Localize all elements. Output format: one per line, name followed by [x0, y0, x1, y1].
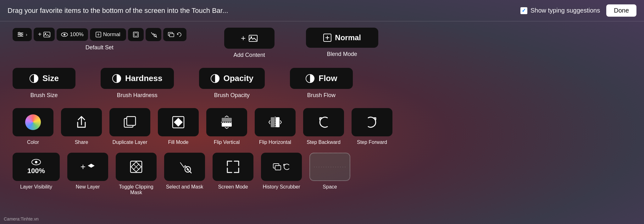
brush-opacity-item: Opacity Brush Opacity: [199, 68, 265, 99]
brush-size-button[interactable]: Size: [13, 68, 75, 89]
done-button[interactable]: Done: [606, 4, 636, 17]
screen-mode-icon: [226, 160, 240, 174]
step-backward-label: Step Backward: [307, 139, 341, 145]
flip-vertical-label: Flip Vertical: [214, 139, 240, 145]
fill-mode-label: Fill Mode: [168, 139, 189, 145]
blend-mode-label: Blend Mode: [327, 51, 357, 57]
adjustments-button[interactable]: ›: [13, 28, 32, 41]
blend-mode-button[interactable]: Normal: [306, 28, 378, 48]
adjustments-chevron: ›: [26, 32, 27, 37]
select-and-mask-button[interactable]: [164, 153, 205, 181]
eye-icon: [61, 32, 68, 37]
step-backward-button[interactable]: [303, 108, 344, 136]
screen-mode-button[interactable]: [213, 153, 253, 181]
adjustments-icon: [17, 31, 24, 38]
brush-hardness-icon: [112, 74, 121, 83]
history-scrubber-icon: [273, 162, 281, 171]
eye-visibility-icon: [31, 159, 41, 166]
history-scrubber-label: History Scrubber: [263, 184, 300, 190]
add-content-button[interactable]: +: [224, 28, 275, 49]
svg-point-4: [20, 34, 22, 35]
history-button[interactable]: [163, 28, 186, 41]
color-button[interactable]: [13, 108, 53, 136]
duplicate-layer-item: Duplicate Layer: [109, 108, 150, 145]
transform-button[interactable]: [128, 28, 144, 41]
history-icon: [168, 31, 175, 38]
color-sphere: [25, 114, 41, 130]
blend-mode-group: Normal Blend Mode: [306, 28, 378, 57]
brush-size-label: Size: [42, 74, 59, 83]
select-and-mask-item: Select and Mask: [164, 153, 205, 190]
default-set-buttons: › +: [13, 28, 186, 41]
brush-hardness-text: Brush Hardness: [117, 92, 158, 99]
screen-mode-label: Screen Mode: [218, 184, 248, 190]
flip-vertical-icon: [220, 115, 234, 129]
new-layer-button[interactable]: +: [67, 153, 108, 181]
image-large-icon: [249, 35, 258, 42]
fill-mode-icon: [171, 115, 185, 129]
selection-icon: [150, 31, 157, 38]
brush-flow-item: Flow Brush Flow: [290, 68, 353, 99]
row3: Color Share: [13, 108, 631, 145]
step-forward-item: Step Forward: [352, 108, 392, 145]
brush-size-icon: [29, 74, 39, 83]
svg-point-3: [19, 32, 20, 34]
space-label: Space: [323, 184, 337, 190]
show-typing-label: Show typing suggestions: [530, 7, 600, 14]
layer-visibility-button[interactable]: 100%: [13, 153, 60, 181]
svg-rect-23: [127, 117, 136, 125]
blend-mode-value: Normal: [335, 33, 361, 42]
row2: Size Brush Size Hardness Brush Hardness: [13, 68, 631, 99]
add-content-group: + Add Content: [224, 28, 275, 58]
brush-size-item: Size Brush Size: [13, 68, 75, 99]
instruction-text: Drag your favorite items to the bottom o…: [8, 7, 228, 15]
history-scrubber-button[interactable]: [261, 153, 302, 181]
space-button[interactable]: · · · · · · · · · · · · · ·: [309, 153, 350, 181]
main-area: › +: [0, 21, 644, 202]
add-image-icon: +: [38, 31, 42, 38]
opacity-button[interactable]: 100%: [57, 28, 88, 41]
color-label: Color: [27, 139, 39, 145]
svg-rect-37: [275, 166, 281, 170]
share-icon: [75, 115, 88, 129]
step-backward-item: Step Backward: [303, 108, 344, 145]
step-backward-icon: [317, 115, 330, 129]
add-image-button[interactable]: +: [34, 28, 55, 41]
share-button[interactable]: [61, 108, 102, 136]
flip-vertical-button[interactable]: [206, 108, 247, 136]
brush-opacity-text: Brush Opacity: [214, 92, 250, 99]
brush-opacity-button[interactable]: Opacity: [199, 68, 265, 89]
flip-horizontal-item: Flip Horizontal: [255, 108, 296, 145]
image-icon: [43, 32, 50, 37]
toggle-clipping-mask-item: Toggle ClippingMask: [116, 153, 157, 195]
brush-opacity-icon: [210, 74, 220, 83]
row1: › +: [13, 28, 631, 58]
show-typing-checkbox[interactable]: ✓: [520, 7, 527, 14]
svg-line-35: [190, 172, 192, 173]
blend-icon-small: [96, 32, 101, 37]
selection-button[interactable]: [146, 28, 161, 41]
add-content-label: Add Content: [234, 52, 265, 58]
toggle-clipping-mask-button[interactable]: [116, 153, 157, 181]
duplicate-layer-icon: [123, 115, 137, 129]
history-scrubber-item: History Scrubber: [261, 153, 302, 190]
brush-hardness-item: Hardness Brush Hardness: [101, 68, 174, 99]
brush-size-text: Brush Size: [30, 92, 58, 99]
svg-rect-10: [133, 32, 138, 37]
visibility-value: 100%: [27, 167, 45, 175]
duplicate-layer-button[interactable]: [109, 108, 150, 136]
brush-hardness-label: Hardness: [125, 74, 163, 83]
fill-mode-button[interactable]: [158, 108, 199, 136]
brush-flow-button[interactable]: Flow: [290, 68, 353, 89]
blend-mode-default-button[interactable]: Normal: [90, 28, 126, 41]
svg-point-32: [35, 161, 37, 163]
undo-icon: [176, 32, 182, 37]
flip-horizontal-button[interactable]: [255, 108, 296, 136]
svg-rect-11: [134, 33, 137, 36]
share-label: Share: [75, 139, 88, 145]
step-forward-button[interactable]: [352, 108, 392, 136]
svg-rect-28: [271, 117, 275, 127]
fill-mode-item: Fill Mode: [158, 108, 199, 145]
brush-hardness-button[interactable]: Hardness: [101, 68, 174, 89]
select-mask-icon: [178, 160, 192, 174]
